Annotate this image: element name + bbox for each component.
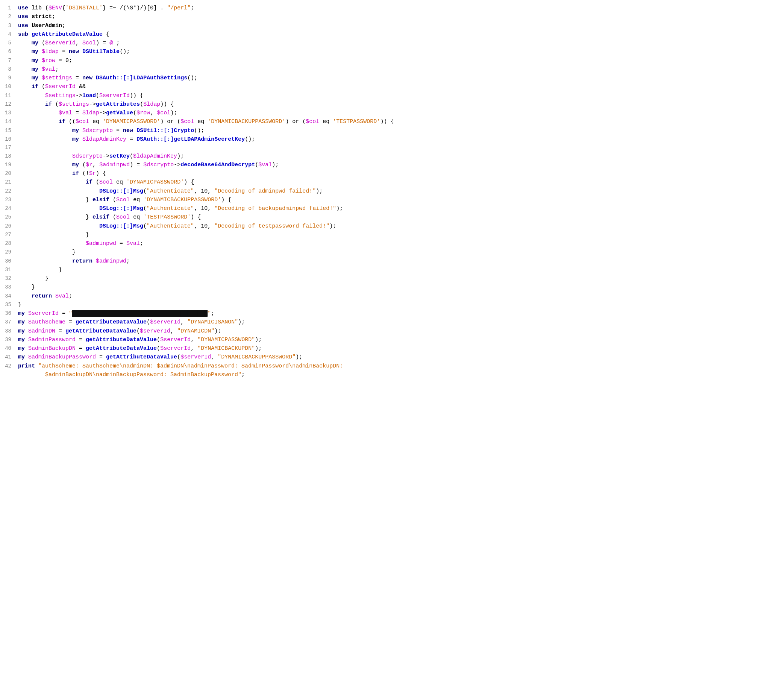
code-line: 29 }	[0, 248, 770, 256]
line-content: use lib ($ENV{'DSINSTALL'} =~ /(\S*)/)[0…	[18, 4, 766, 12]
line-content: my $val;	[18, 65, 766, 74]
line-number: 29	[4, 248, 18, 256]
line-content: }	[18, 283, 766, 292]
code-line: 36my $serverId = "██████████████████████…	[0, 309, 770, 318]
code-line: 13 $val = $ldap->getValue($row, $col);	[0, 109, 770, 117]
line-content: my $adminBackupPassword = getAttributeDa…	[18, 353, 766, 361]
code-line: 20 if (!$r) {	[0, 169, 770, 178]
line-content: }	[18, 266, 766, 274]
line-number: 19	[4, 161, 18, 169]
line-number: 6	[4, 48, 18, 56]
code-line: 26 DSLog::[:]Msg("Authenticate", 10, "De…	[0, 222, 770, 230]
line-number: 30	[4, 257, 18, 266]
line-content: if (($col eq 'DYNAMICPASSWORD') or ($col…	[18, 117, 766, 126]
code-line: 5 my ($serverId, $col) = @_;	[0, 39, 770, 47]
line-number: 8	[4, 65, 18, 74]
line-content: my $row = 0;	[18, 57, 766, 65]
code-line: 30 return $adminpwd;	[0, 257, 770, 266]
code-line: 6 my $ldap = new DSUtilTable();	[0, 47, 770, 56]
line-number: 24	[4, 205, 18, 213]
code-line: 4sub getAttributeDataValue {	[0, 30, 770, 39]
line-content: print "authScheme: $authScheme\nadminDN:…	[18, 362, 766, 379]
line-number: 33	[4, 283, 18, 292]
line-content: $val = $ldap->getValue($row, $col);	[18, 109, 766, 117]
code-line: 23 } elsif ($col eq 'DYNAMICBACKUPPASSWO…	[0, 196, 770, 204]
line-content: my $adminPassword = getAttributeDataValu…	[18, 335, 766, 344]
code-line: 40my $adminBackupDN = getAttributeDataVa…	[0, 344, 770, 353]
line-content: my $dscrypto = new DSUtil::[:]Crypto();	[18, 126, 766, 135]
code-line: 39my $adminPassword = getAttributeDataVa…	[0, 335, 770, 344]
line-content: }	[18, 230, 766, 239]
code-line: 27 }	[0, 230, 770, 239]
line-number: 35	[4, 301, 18, 309]
line-number: 16	[4, 135, 18, 144]
line-content: $dscrypto->setKey($ldapAdminKey);	[18, 152, 766, 160]
line-content: return $val;	[18, 292, 766, 301]
line-number: 37	[4, 318, 18, 326]
line-content: }	[18, 274, 766, 283]
code-line: 19 my ($r, $adminpwd) = $dscrypto->decod…	[0, 160, 770, 169]
code-line: 28 $adminpwd = $val;	[0, 239, 770, 248]
line-number: 22	[4, 187, 18, 196]
line-number: 25	[4, 213, 18, 222]
line-content: my $adminBackupDN = getAttributeDataValu…	[18, 344, 766, 353]
line-content: return $adminpwd;	[18, 257, 766, 266]
code-line: 7 my $row = 0;	[0, 57, 770, 65]
line-content: if ($settings->getAttributes($ldap)) {	[18, 100, 766, 109]
line-content: DSLog::[:]Msg("Authenticate", 10, "Decod…	[18, 187, 766, 196]
line-number: 20	[4, 170, 18, 178]
line-number: 5	[4, 39, 18, 47]
line-content: my $ldap = new DSUtilTable();	[18, 47, 766, 56]
code-line: 2use strict;	[0, 12, 770, 21]
line-number: 31	[4, 266, 18, 274]
line-number: 36	[4, 309, 18, 318]
line-number: 9	[4, 74, 18, 83]
code-line: 1use lib ($ENV{'DSINSTALL'} =~ /(\S*)/)[…	[0, 4, 770, 12]
line-content: my $serverId = "████████████████████████…	[18, 309, 766, 318]
code-line: 10 if ($serverId &&	[0, 83, 770, 91]
line-content: } elsif ($col eq 'TESTPASSWORD') {	[18, 213, 766, 222]
line-number: 14	[4, 118, 18, 126]
code-line: 11 $settings->load($serverId)) {	[0, 91, 770, 100]
line-content: if ($serverId &&	[18, 83, 766, 91]
code-line: 21 if ($col eq 'DYNAMICPASSWORD') {	[0, 178, 770, 186]
code-line: 8 my $val;	[0, 65, 770, 74]
line-number: 42	[4, 362, 18, 371]
line-number: 12	[4, 100, 18, 109]
line-number: 13	[4, 109, 18, 117]
code-line: 18 $dscrypto->setKey($ldapAdminKey);	[0, 152, 770, 160]
line-number: 18	[4, 152, 18, 160]
line-number: 3	[4, 22, 18, 30]
code-line: 12 if ($settings->getAttributes($ldap)) …	[0, 100, 770, 109]
line-content: $adminpwd = $val;	[18, 239, 766, 248]
code-line: 22 DSLog::[:]Msg("Authenticate", 10, "De…	[0, 187, 770, 196]
line-content: my $adminDN = getAttributeDataValue($ser…	[18, 327, 766, 335]
line-number: 11	[4, 92, 18, 100]
code-line: 42print "authScheme: $authScheme\nadminD…	[0, 362, 770, 379]
line-content: } elsif ($col eq 'DYNAMICBACKUPPASSWORD'…	[18, 196, 766, 204]
line-number: 4	[4, 31, 18, 39]
line-content: if (!$r) {	[18, 169, 766, 178]
line-content: my ($r, $adminpwd) = $dscrypto->decodeBa…	[18, 160, 766, 169]
line-number: 26	[4, 222, 18, 230]
line-content: my $settings = new DSAuth::[:]LDAPAuthSe…	[18, 74, 766, 83]
line-number: 17	[4, 144, 18, 152]
line-content: use UserAdmin;	[18, 21, 766, 30]
code-line: 25 } elsif ($col eq 'TESTPASSWORD') {	[0, 213, 770, 222]
line-number: 2	[4, 13, 18, 21]
line-number: 15	[4, 127, 18, 135]
line-number: 7	[4, 57, 18, 65]
code-line: 38my $adminDN = getAttributeDataValue($s…	[0, 327, 770, 335]
line-number: 32	[4, 275, 18, 283]
line-content: DSLog::[:]Msg("Authenticate", 10, "Decod…	[18, 222, 766, 230]
code-line: 33 }	[0, 283, 770, 292]
code-line: 35}	[0, 301, 770, 309]
code-line: 37my $authScheme = getAttributeDataValue…	[0, 318, 770, 326]
code-line: 32 }	[0, 274, 770, 283]
line-content: my ($serverId, $col) = @_;	[18, 39, 766, 47]
line-number: 21	[4, 178, 18, 186]
line-content: sub getAttributeDataValue {	[18, 30, 766, 39]
line-number: 28	[4, 240, 18, 248]
line-number: 38	[4, 327, 18, 335]
line-number: 1	[4, 4, 18, 12]
